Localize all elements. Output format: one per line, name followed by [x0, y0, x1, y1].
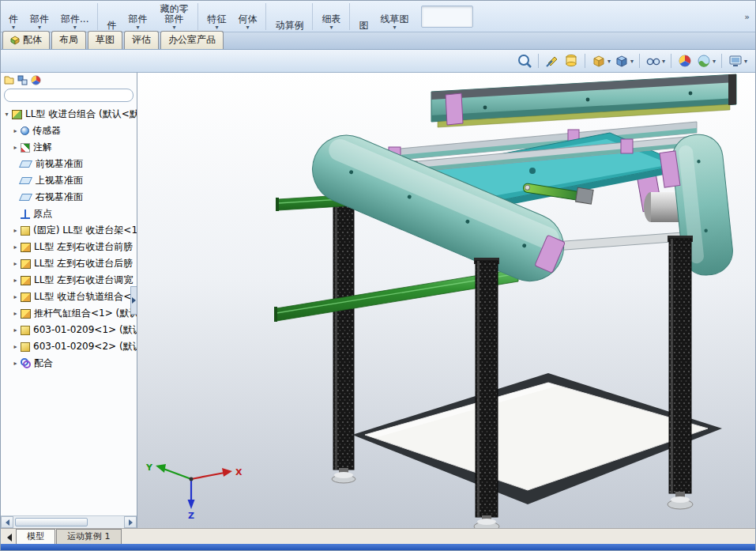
tree-item[interactable]: 右视基准面	[1, 189, 137, 206]
ribbon-button[interactable]: 件	[101, 2, 122, 32]
expand-toggle-icon[interactable]	[11, 243, 20, 251]
graphics-viewport[interactable]: X Y Z	[137, 73, 755, 528]
tree-item[interactable]: 603-01-0209<2> (默认	[1, 338, 137, 355]
scrollbar-thumb[interactable]	[15, 518, 88, 526]
tree-item-label: 推杆气缸组合<1> (默认	[34, 307, 137, 320]
mates-icon	[21, 358, 31, 368]
expand-toggle-icon[interactable]	[11, 144, 20, 151]
tree-filter-input[interactable]	[4, 89, 134, 102]
tree-item[interactable]: LL型 左到右收进台前膀	[1, 239, 137, 255]
expand-toggle-icon[interactable]	[11, 260, 20, 267]
ribbon-separator	[312, 3, 313, 30]
tree-item[interactable]: 前视基准面	[1, 156, 137, 172]
expand-toggle-icon[interactable]	[11, 277, 20, 284]
tab-label: 布局	[59, 33, 78, 47]
ribbon-button[interactable]: 部件...	[55, 2, 94, 32]
status-bar	[1, 544, 755, 551]
tree-item[interactable]: LL型 收进台组合 (默认<默	[1, 106, 137, 123]
expand-toggle-icon[interactable]	[11, 227, 20, 234]
ribbon-button[interactable]: 部件	[24, 2, 55, 32]
expand-toggle-icon[interactable]	[11, 127, 20, 134]
tree-item[interactable]: (固定) LL型 收进台架<1	[1, 222, 137, 239]
tree-item-label: 603-01-0209<2> (默认	[33, 340, 137, 353]
chevron-down-icon	[246, 25, 249, 31]
expand-toggle-icon[interactable]	[11, 293, 20, 300]
ribbon-button[interactable]: 线草图	[374, 2, 414, 32]
tree-item-label: (固定) LL型 收进台架<1	[33, 224, 137, 237]
panel-collapse-handle[interactable]	[130, 286, 137, 315]
configurationmanager-tab-icon[interactable]	[31, 75, 41, 85]
tree-item[interactable]: LL型 左到右收进台调宽	[1, 272, 137, 289]
expand-toggle-icon[interactable]	[11, 360, 20, 367]
ribbon-separator	[265, 3, 266, 30]
tab-assembly[interactable]: 配体	[2, 31, 50, 49]
ribbon-button[interactable]: 何体	[232, 2, 262, 32]
subassembly-icon	[21, 292, 31, 302]
view-orientation-icon[interactable]	[563, 53, 579, 69]
view-settings-icon[interactable]	[728, 53, 747, 69]
lower-shelf	[352, 373, 722, 504]
ribbon-separator	[97, 3, 98, 30]
triad-y-label: Y	[145, 462, 153, 473]
display-style-icon[interactable]	[591, 53, 611, 69]
tab-layout[interactable]: 布局	[51, 31, 86, 49]
orientation-triad: X Y Z	[145, 462, 243, 521]
tree-item-label: 配合	[34, 357, 53, 370]
tab-scroll-left-button[interactable]	[3, 531, 16, 544]
tree-item[interactable]: 上视基准面	[1, 172, 137, 189]
tab-label: 评估	[132, 33, 151, 47]
ribbon-button[interactable]: 特征	[201, 2, 231, 32]
ribbon-button[interactable]: 藏的零部件	[153, 2, 194, 32]
tree-item[interactable]: 603-01-0209<1> (默认	[1, 322, 137, 338]
ribbon-button-label: 藏的零部件	[159, 4, 189, 25]
tab-model[interactable]: 模型	[16, 529, 55, 544]
hide-show-items-icon[interactable]	[645, 53, 665, 69]
scroll-right-button[interactable]	[124, 516, 137, 528]
section-view-icon[interactable]	[544, 53, 560, 69]
tree-item[interactable]: LL型 左到右收进台后膀	[1, 255, 137, 272]
part-icon	[21, 226, 30, 236]
edit-appearance-icon[interactable]	[677, 53, 693, 69]
tree-item[interactable]: 原点	[1, 206, 137, 222]
ribbon-button[interactable]: 部件	[122, 2, 152, 32]
tree-item[interactable]: LL型 收进台轨道组合<1	[1, 289, 137, 305]
zoom-to-fit-icon[interactable]	[517, 53, 532, 69]
commandmanager-tabs: 配体 布局 草图 评估 办公室产品	[1, 32, 755, 50]
expand-toggle-icon[interactable]	[2, 111, 11, 118]
tree-item[interactable]: 注解	[1, 139, 137, 156]
chevron-down-icon	[12, 25, 15, 31]
panel-horizontal-scrollbar[interactable]	[1, 515, 137, 528]
tree-item-label: 上视基准面	[36, 174, 83, 187]
panel-tab-bar	[1, 73, 137, 87]
ribbon-button-label: 动算例	[275, 21, 303, 31]
ribbon-button[interactable]: 图	[353, 2, 374, 32]
ribbon-button[interactable]: 动算例	[269, 2, 309, 32]
tree-item[interactable]: 配合	[1, 355, 137, 372]
featuremanager-tab-icon[interactable]	[4, 75, 14, 85]
propertymanager-tab-icon[interactable]	[17, 75, 28, 85]
chevron-down-icon	[662, 58, 665, 65]
expand-toggle-icon[interactable]	[11, 326, 20, 334]
chevron-down-icon	[744, 58, 747, 65]
apply-scene-icon[interactable]	[696, 53, 716, 69]
ribbon-overflow-icon[interactable]	[744, 12, 750, 22]
expand-toggle-icon[interactable]	[11, 343, 20, 350]
leg-front-right	[668, 236, 693, 493]
tab-office-products[interactable]: 办公室产品	[160, 31, 224, 49]
chevron-down-icon	[73, 25, 77, 31]
feature-tree: LL型 收进台组合 (默认<默 传感器 注解 前视基准面 上视基准面 右视基准面…	[1, 104, 137, 515]
tree-item[interactable]: 传感器	[1, 123, 137, 139]
side-beam	[555, 232, 683, 251]
expand-toggle-icon[interactable]	[11, 310, 20, 317]
shaded-cube-icon[interactable]	[614, 53, 634, 69]
tab-evaluate[interactable]: 评估	[124, 31, 159, 49]
tree-item[interactable]: 推杆气缸组合<1> (默认	[1, 305, 137, 322]
ribbon-button[interactable]: 件	[3, 2, 24, 32]
tab-sketch[interactable]: 草图	[88, 31, 122, 49]
solidworks-window: 件 部件 部件... 件 部件 藏的零部件 特征 何体 动算例 细表 图 线草图…	[0, 0, 756, 551]
leveling-foot	[668, 492, 693, 509]
scroll-left-button[interactable]	[1, 516, 13, 528]
tab-motion-study[interactable]: 运动算例 1	[56, 529, 122, 544]
ribbon-button[interactable]: 细表	[316, 2, 346, 32]
chevron-down-icon	[713, 58, 716, 65]
